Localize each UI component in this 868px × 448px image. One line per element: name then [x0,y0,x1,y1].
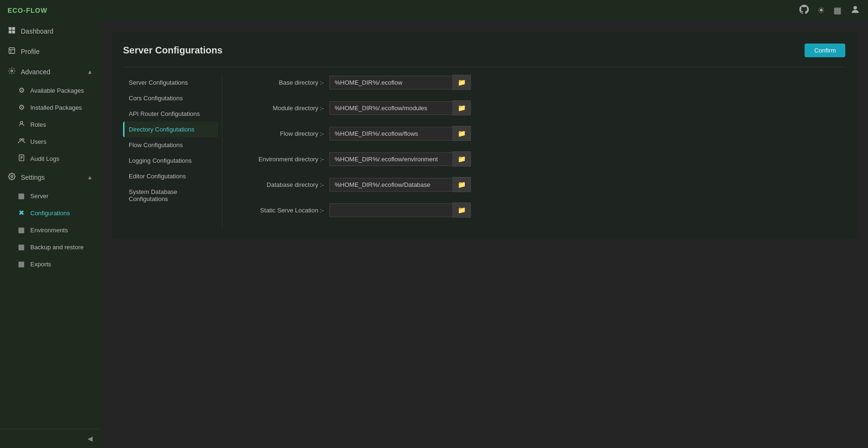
environments-label: Environments [30,227,68,234]
form-label: Database directory :- [234,181,324,188]
sidebar: Dashboard Profile Advanced ▲ ⚙ Available… [0,21,100,448]
form-label: Flow directory :- [234,130,324,137]
config-nav-item[interactable]: Server Configutations [123,75,218,90]
config-nav-item[interactable]: Cors Configutations [123,90,218,106]
profile-icon [8,47,16,56]
svg-rect-2 [12,27,15,30]
advanced-icon [8,67,16,76]
audit-icon [17,154,26,163]
content-area: Server Configurations Confirm Server Con… [100,21,868,448]
server-icon: ▦ [17,192,26,200]
form-input[interactable] [329,178,452,192]
svg-point-11 [22,139,24,141]
grid-icon[interactable]: ▦ [833,5,841,16]
form-label: Base directory :- [234,79,324,86]
backup-icon: ▦ [17,243,26,251]
form-label: Module directory :- [234,105,324,112]
browse-button[interactable]: 📁 [452,177,471,192]
sidebar-item-available-packages[interactable]: ⚙ Available Packages [0,82,100,99]
card-header: Server Configurations Confirm [123,44,845,57]
settings-chevron: ▲ [87,174,93,181]
sidebar-item-server[interactable]: ▦ Server [0,187,100,204]
sidebar-section-settings[interactable]: Settings ▲ [0,167,100,187]
installed-icon: ⚙ [17,103,26,112]
user-icon[interactable] [850,4,860,17]
sidebar-item-configurations[interactable]: ✖ Configurations [0,204,100,221]
form-input-group: 📁 [329,126,471,141]
topbar-icons: ☀ ▦ [799,4,860,17]
svg-point-9 [20,122,23,124]
form-input[interactable] [329,203,452,217]
sidebar-item-roles[interactable]: Roles [0,116,100,133]
packages-icon: ⚙ [17,86,26,95]
exports-label: Exports [30,261,51,268]
svg-rect-3 [9,31,11,34]
form-row: Base directory :-📁 [234,75,834,90]
exports-icon: ▦ [17,260,26,268]
config-nav-item[interactable]: System Database Configutations [123,184,218,207]
audit-logs-label: Audit Logs [30,155,59,162]
advanced-chevron: ▲ [87,69,93,75]
browse-button[interactable]: 📁 [452,202,471,218]
svg-rect-4 [12,31,15,34]
form-input[interactable] [329,101,452,115]
svg-point-16 [11,176,13,177]
server-configurations-card: Server Configurations Confirm Server Con… [112,32,857,239]
form-input[interactable] [329,152,452,166]
svg-point-10 [19,139,21,141]
config-nav-item[interactable]: Directory Configutations [123,122,218,137]
settings-label: Settings [21,174,45,181]
sidebar-item-backup-restore[interactable]: ▦ Backup and restore [0,238,100,255]
page-title: Server Configurations [123,45,222,56]
form-row: Flow directory :-📁 [234,126,834,141]
browse-button[interactable]: 📁 [452,126,471,141]
confirm-button[interactable]: Confirm [805,44,845,57]
form-row: Database directory :-📁 [234,177,834,192]
sidebar-section-advanced[interactable]: Advanced ▲ [0,61,100,82]
profile-label: Profile [21,48,40,55]
browse-button[interactable]: 📁 [452,151,471,167]
sidebar-item-profile[interactable]: Profile [0,41,100,61]
configurations-label: Configurations [30,210,70,217]
sidebar-item-users[interactable]: Users [0,133,100,150]
form-row: Static Serve Location :-📁 [234,202,834,218]
github-icon[interactable] [799,5,809,17]
sidebar-item-environments[interactable]: ▦ Environments [0,221,100,238]
svg-point-0 [853,6,857,9]
svg-rect-1 [9,27,11,30]
form-input-group: 📁 [329,75,471,90]
configurations-icon: ✖ [17,209,26,217]
form-input-group: 📁 [329,151,471,167]
config-nav-item[interactable]: Logging Configutations [123,153,218,168]
advanced-label: Advanced [21,68,50,76]
config-nav-item[interactable]: Editor Configutations [123,168,218,184]
available-packages-label: Available Packages [30,87,84,94]
form-row: Module directory :-📁 [234,100,834,115]
browse-button[interactable]: 📁 [452,75,471,90]
config-nav-item[interactable]: API Router Configutations [123,106,218,122]
sidebar-item-dashboard[interactable]: Dashboard [0,21,100,41]
svg-rect-5 [9,48,15,53]
topbar: ECO-FLOW ☀ ▦ [0,0,868,21]
roles-icon [17,120,26,129]
config-form: Base directory :-📁Module directory :-📁Fl… [222,75,845,228]
collapse-button[interactable]: ◀ [88,435,93,442]
config-nav-item[interactable]: Flow Configutations [123,137,218,153]
app-logo: ECO-FLOW [8,7,47,14]
roles-label: Roles [30,121,46,128]
form-label: Environment directory :- [234,156,324,163]
form-input[interactable] [329,127,452,141]
browse-button[interactable]: 📁 [452,100,471,115]
backup-restore-label: Backup and restore [30,244,84,251]
form-label: Static Serve Location :- [234,207,324,214]
sidebar-bottom: ◀ [0,429,100,448]
form-input-group: 📁 [329,177,471,192]
sun-icon[interactable]: ☀ [817,5,825,16]
form-row: Environment directory :-📁 [234,151,834,167]
form-input[interactable] [329,76,452,89]
users-icon [17,137,26,146]
sidebar-item-exports[interactable]: ▦ Exports [0,255,100,272]
sidebar-item-installed-packages[interactable]: ⚙ Installed Packages [0,99,100,116]
environments-icon: ▦ [17,226,26,234]
sidebar-item-audit-logs[interactable]: Audit Logs [0,150,100,167]
